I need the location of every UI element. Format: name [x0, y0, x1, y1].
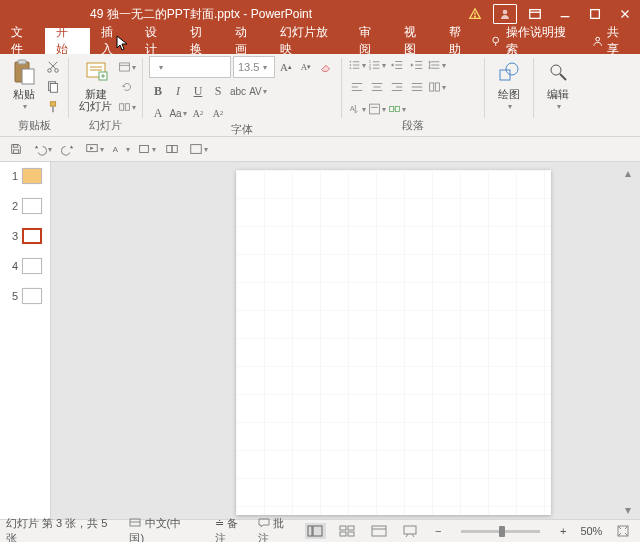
fit-to-window-button[interactable] — [612, 523, 634, 539]
qat-button-3[interactable] — [162, 140, 182, 158]
font-size-value: 13.5 — [238, 61, 259, 73]
underline-button[interactable]: U — [189, 82, 207, 100]
maximize-button[interactable] — [580, 3, 610, 25]
tab-help[interactable]: 帮助 — [438, 28, 483, 54]
align-right-button[interactable] — [388, 78, 406, 96]
tell-me-search[interactable]: 操作说明搜索 — [482, 28, 582, 54]
format-painter-button[interactable] — [44, 98, 62, 116]
qat-button-4[interactable]: ▾ — [188, 140, 208, 158]
comments-button[interactable]: 批注 — [258, 516, 294, 542]
zoom-in-button[interactable]: + — [556, 525, 570, 537]
tab-home[interactable]: 开始 — [45, 28, 90, 54]
numbering-button[interactable]: 123▾ — [368, 56, 386, 74]
char-spacing-button[interactable]: AV▾ — [249, 82, 267, 100]
qat-button-2[interactable]: ▾ — [136, 140, 156, 158]
shadow-button[interactable]: abc — [229, 82, 247, 100]
zoom-value[interactable]: 50% — [580, 525, 602, 537]
language-indicator[interactable]: 中文(中国) — [129, 516, 194, 542]
tab-slideshow[interactable]: 幻灯片放映 — [269, 28, 348, 54]
reset-button[interactable] — [118, 78, 136, 96]
account-button[interactable] — [490, 3, 520, 25]
zoom-knob[interactable] — [499, 526, 505, 537]
qat-button[interactable]: A▾ — [110, 140, 130, 158]
thumbnail-4[interactable]: 4 — [8, 258, 42, 274]
notes-button[interactable]: ≐ 备注 — [215, 516, 248, 542]
inc-indent-button[interactable] — [408, 56, 426, 74]
smartart-button[interactable]: ▾ — [388, 100, 406, 118]
slideshow-view-button[interactable] — [399, 523, 421, 539]
columns-button[interactable]: ▾ — [428, 78, 446, 96]
redo-icon — [61, 142, 75, 156]
thumbnail-1[interactable]: 1 — [8, 168, 42, 184]
line-spacing-button[interactable]: ▾ — [428, 56, 446, 74]
font-size-combo[interactable]: 13.5▾ — [233, 56, 275, 78]
tab-design[interactable]: 设计 — [134, 28, 179, 54]
tab-file[interactable]: 文件 — [0, 28, 45, 54]
svg-text:A: A — [350, 104, 355, 113]
zoom-slider[interactable] — [461, 530, 540, 533]
save-button[interactable] — [6, 140, 26, 158]
minimize-button[interactable] — [550, 3, 580, 25]
thumbnail-3[interactable]: 3 — [8, 228, 42, 244]
tab-view[interactable]: 视图 — [393, 28, 438, 54]
slide-canvas-area[interactable]: ▴ ▾ — [51, 162, 640, 519]
save-icon — [9, 142, 23, 156]
close-button[interactable] — [610, 3, 640, 25]
align-left-button[interactable] — [348, 78, 366, 96]
tab-review[interactable]: 审阅 — [348, 28, 393, 54]
thumbnail-2[interactable]: 2 — [8, 198, 42, 214]
cut-button[interactable] — [44, 58, 62, 76]
tab-transitions[interactable]: 切换 — [179, 28, 224, 54]
change-case-button[interactable]: Aa▾ — [169, 104, 187, 122]
italic-button[interactable]: I — [169, 82, 187, 100]
svg-text:A: A — [112, 145, 118, 154]
font-name-combo[interactable]: ▾ — [149, 56, 231, 78]
drawing-button[interactable]: 绘图 ▾ — [491, 56, 527, 111]
svg-rect-21 — [50, 102, 55, 106]
undo-button[interactable]: ▾ — [32, 140, 52, 158]
align-text-button[interactable]: ▾ — [368, 100, 386, 118]
align-center-button[interactable] — [368, 78, 386, 96]
bold-button[interactable]: B — [149, 82, 167, 100]
new-slide-icon — [83, 60, 109, 84]
sorter-view-button[interactable] — [336, 523, 358, 539]
editing-button[interactable]: 编辑 ▾ — [540, 56, 576, 111]
slide-canvas[interactable] — [236, 170, 551, 515]
new-slide-button[interactable]: 新建 幻灯片 — [75, 56, 116, 112]
text-direction-button[interactable]: A▾ — [348, 100, 366, 118]
eraser-icon — [319, 60, 333, 74]
justify-button[interactable] — [408, 78, 426, 96]
strike-button[interactable]: S — [209, 82, 227, 100]
tab-insert[interactable]: 插入 — [90, 28, 135, 54]
ribbon-options-button[interactable] — [520, 3, 550, 25]
scroll-up-icon[interactable]: ▴ — [625, 166, 637, 178]
paste-label: 粘贴 — [13, 88, 35, 100]
increase-font-button[interactable]: A▴ — [277, 58, 295, 76]
svg-line-17 — [50, 62, 57, 69]
copy-button[interactable] — [44, 78, 62, 96]
start-from-beginning-button[interactable]: ▾ — [84, 140, 104, 158]
clear-format-button[interactable] — [317, 58, 335, 76]
bullets-button[interactable]: ▾ — [348, 56, 366, 74]
zoom-out-button[interactable]: − — [431, 525, 445, 537]
subscript-button[interactable]: A2 — [209, 104, 227, 122]
align-left-icon — [350, 80, 364, 94]
normal-view-button[interactable] — [305, 523, 327, 539]
smartart-icon — [388, 102, 401, 116]
paste-button[interactable]: 粘贴 ▾ — [6, 56, 42, 111]
vertical-scrollbar[interactable]: ▴ ▾ — [624, 162, 638, 519]
layout-button[interactable]: ▾ — [118, 58, 136, 76]
tab-animations[interactable]: 动画 — [224, 28, 269, 54]
font-color-button[interactable]: A — [149, 104, 167, 122]
svg-rect-83 — [167, 146, 172, 153]
decrease-font-button[interactable]: A▾ — [297, 58, 315, 76]
thumbnail-5[interactable]: 5 — [8, 288, 42, 304]
section-button[interactable]: ▾ — [118, 98, 136, 116]
superscript-button[interactable]: A2 — [189, 104, 207, 122]
share-button[interactable]: 共享 — [582, 28, 640, 54]
redo-button[interactable] — [58, 140, 78, 158]
scroll-down-icon[interactable]: ▾ — [625, 503, 637, 515]
reading-view-button[interactable] — [368, 523, 390, 539]
svg-rect-22 — [52, 106, 54, 112]
dec-indent-button[interactable] — [388, 56, 406, 74]
